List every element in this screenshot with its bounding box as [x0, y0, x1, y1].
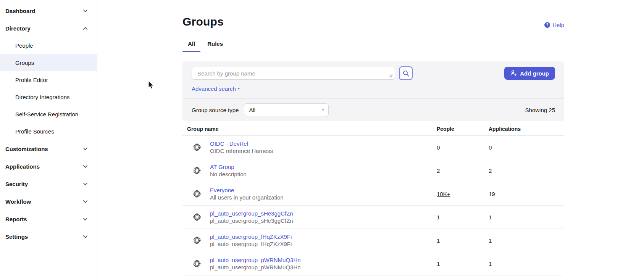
group-name-link[interactable]: Everyone — [210, 187, 284, 193]
tab-all[interactable]: All — [182, 40, 200, 52]
chevron-down-icon — [83, 217, 88, 222]
question-mark-icon: ? — [544, 22, 550, 28]
table-row: OIDC - DevRel OIDC reference Harness 0 0 — [182, 136, 564, 159]
sidebar-item-customizations[interactable]: Customizations — [0, 140, 97, 158]
sidebar-item-directory[interactable]: Directory — [0, 19, 97, 37]
table-row: pl_auto_usergroup_pWRNMuQ3Hn pl_auto_use… — [182, 252, 564, 275]
group-name-link[interactable]: AT Group — [210, 164, 247, 170]
chevron-up-icon — [83, 26, 88, 31]
chevron-down-icon — [83, 199, 88, 204]
search-filter-card: Add group Advanced search ▾ Group source… — [182, 61, 564, 121]
group-description: OIDC reference Harness — [210, 148, 273, 154]
add-group-button[interactable]: Add group — [504, 67, 555, 80]
chevron-down-icon — [83, 146, 88, 151]
people-count-link[interactable]: 10K+ — [437, 191, 450, 197]
applications-count: 19 — [489, 191, 564, 197]
sidebar-item-security[interactable]: Security — [0, 175, 97, 193]
sidebar-item-settings[interactable]: Settings — [0, 228, 97, 245]
sidebar-item-self-service-registration[interactable]: Self-Service Registration — [0, 106, 97, 123]
caret-down-icon: ▾ — [322, 108, 324, 112]
sidebar-item-label: Workflow — [5, 198, 31, 205]
group-name-link[interactable]: pl_auto_usergroup_pWRNMuQ3Hn — [210, 257, 301, 263]
table-row: pl_auto_usergroup_sHe3ggCfZn pl_auto_use… — [182, 206, 564, 229]
search-icon — [403, 70, 409, 77]
advanced-search-link[interactable]: Advanced search ▾ — [192, 85, 239, 92]
selected-option: All — [249, 107, 255, 113]
group-description: pl_auto_usergroup_pWRNMuQ3Hn — [210, 264, 301, 270]
chevron-down-icon — [83, 234, 88, 239]
group-source-type-label: Group source type — [192, 107, 239, 113]
sidebar-item-applications[interactable]: Applications — [0, 158, 97, 175]
people-count: 0 — [437, 144, 489, 151]
group-icon — [193, 259, 201, 268]
tab-bar: All Rules — [182, 40, 564, 52]
group-icon — [193, 190, 201, 198]
sidebar-item-profile-editor[interactable]: Profile Editor — [0, 71, 97, 89]
applications-count: 1 — [489, 237, 564, 244]
chevron-down-icon — [83, 8, 88, 13]
group-source-type-select[interactable]: All ▾ — [244, 103, 329, 116]
column-header-people: People — [437, 126, 489, 132]
page-title: Groups — [182, 15, 564, 28]
search-field-wrapper — [192, 67, 395, 80]
sidebar-item-label: Settings — [5, 233, 28, 240]
help-link-label: Help — [552, 22, 564, 28]
column-header-group-name: Group name — [182, 126, 437, 132]
add-user-icon — [510, 70, 517, 76]
applications-count: 1 — [489, 214, 564, 220]
group-name-link[interactable]: pl_auto_usergroup_sHe3ggCfZn — [210, 210, 293, 217]
sidebar-item-label: Self-Service Registration — [15, 111, 78, 117]
group-icon — [193, 166, 201, 175]
applications-count: 2 — [489, 167, 564, 174]
sidebar-item-label: Security — [5, 181, 28, 187]
group-name-link[interactable]: OIDC - DevRel — [210, 140, 273, 147]
sidebar-item-label: Groups — [15, 60, 34, 66]
sidebar-item-label: People — [15, 42, 33, 49]
sidebar-item-workflow[interactable]: Workflow — [0, 193, 97, 210]
group-description: pl_auto_usergroup_sHe3ggCfZn — [210, 217, 293, 224]
sidebar-item-label: Dashboard — [5, 8, 35, 14]
sidebar-item-label: Applications — [5, 163, 40, 170]
column-header-applications: Applications — [489, 126, 564, 132]
group-description: pl_auto_usergroup_fHqZKzX9Fi — [210, 241, 292, 247]
table-row: AT Group No description 2 2 — [182, 159, 564, 182]
group-description: All users in your organization — [210, 194, 284, 201]
group-description: No description — [210, 171, 247, 177]
sidebar-item-label: Directory Integrations — [15, 94, 70, 100]
groups-table: Group name People Applications OIDC - De… — [182, 126, 564, 275]
people-count: 2 — [437, 167, 489, 174]
group-icon — [193, 143, 201, 151]
table-row: Everyone All users in your organization … — [182, 182, 564, 206]
chevron-down-icon — [83, 164, 88, 169]
applications-count: 0 — [489, 144, 564, 151]
sidebar-item-label: Directory — [5, 25, 31, 32]
chevron-down-icon — [83, 182, 88, 187]
sidebar-item-label: Customizations — [5, 146, 48, 152]
sidebar-item-label: Reports — [5, 216, 27, 222]
help-link[interactable]: ? Help — [544, 22, 564, 28]
main-content: ? Help Groups All Rules — [97, 0, 644, 280]
add-group-label: Add group — [520, 70, 549, 77]
sidebar-item-people[interactable]: People — [0, 37, 97, 54]
group-name-link[interactable]: pl_auto_usergroup_fHqZKzX9Fi — [210, 233, 292, 240]
table-row: pl_auto_usergroup_fHqZKzX9Fi pl_auto_use… — [182, 229, 564, 252]
table-header: Group name People Applications — [182, 126, 564, 136]
sidebar-item-reports[interactable]: Reports — [0, 210, 97, 228]
sidebar-item-label: Profile Editor — [15, 77, 48, 83]
sidebar-item-profile-sources[interactable]: Profile Sources — [0, 123, 97, 140]
people-count: 1 — [437, 261, 489, 267]
search-button[interactable] — [399, 66, 413, 80]
sidebar-item-dashboard[interactable]: Dashboard — [0, 2, 97, 19]
search-input[interactable] — [192, 67, 395, 80]
group-icon — [193, 236, 201, 245]
caret-down-icon: ▾ — [238, 87, 240, 90]
resize-grip-icon[interactable] — [389, 74, 393, 77]
sidebar: Dashboard Directory People Groups Profil… — [0, 0, 97, 280]
applications-count: 1 — [489, 261, 564, 267]
tab-rules[interactable]: Rules — [202, 40, 228, 52]
sidebar-item-groups[interactable]: Groups — [0, 54, 97, 71]
showing-count: Showing 25 — [525, 107, 555, 113]
okta-admin-console: Dashboard Directory People Groups Profil… — [0, 0, 644, 280]
sidebar-item-directory-integrations[interactable]: Directory Integrations — [0, 89, 97, 106]
sidebar-item-label: Profile Sources — [15, 128, 54, 135]
